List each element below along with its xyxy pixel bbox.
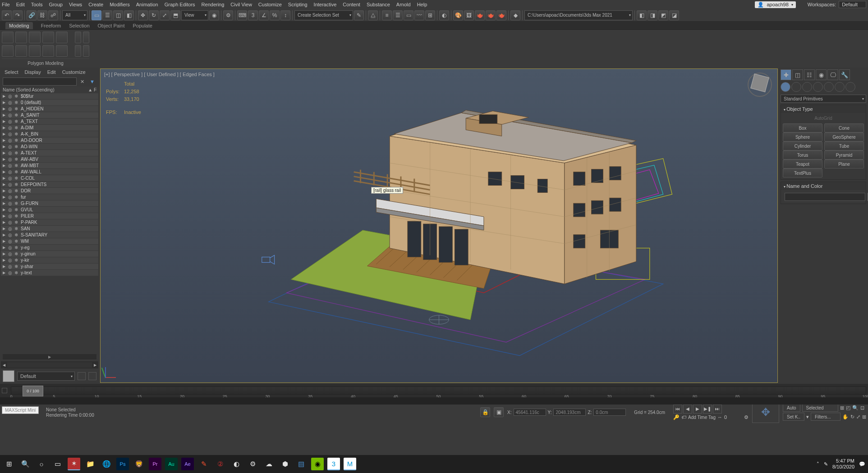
tab-motion[interactable]: ◉ xyxy=(816,69,827,80)
se-menu-customize[interactable]: Customize xyxy=(62,69,86,75)
undo-button[interactable]: ↶ xyxy=(2,10,12,20)
scene-explorer-hscroll[interactable]: ◀▶ xyxy=(1,361,98,368)
render-frame-button[interactable]: 🖼 xyxy=(464,10,474,20)
layer-row[interactable]: ▶◎❄A-K_BIN xyxy=(1,131,98,137)
visibility-icon[interactable]: ◎ xyxy=(8,214,13,218)
key-step-button[interactable]: ↔ xyxy=(717,414,722,420)
freeze-icon[interactable]: ❄ xyxy=(14,207,19,212)
placement-button[interactable]: ⬒ xyxy=(170,10,180,20)
layer-row[interactable]: ▶◎❄y-kir xyxy=(1,257,98,264)
prev-frame-button[interactable]: ◀ xyxy=(683,405,692,414)
se-menu-edit[interactable]: Edit xyxy=(47,69,56,75)
menu-customize[interactable]: Customize xyxy=(258,2,282,7)
freeze-icon[interactable]: ❄ xyxy=(14,201,19,206)
rotate-button[interactable]: ↻ xyxy=(149,10,159,20)
cortana-button[interactable]: ○ xyxy=(35,458,48,470)
freeze-icon[interactable]: ❄ xyxy=(14,125,19,130)
primitive-teapot-button[interactable]: Teapot xyxy=(783,159,822,168)
expand-icon[interactable]: ▶ xyxy=(3,252,6,256)
edit-selection-button[interactable]: ✎ xyxy=(354,10,364,20)
freeze-icon[interactable]: ❄ xyxy=(14,214,19,218)
chrome-icon[interactable]: 🌐 xyxy=(100,458,113,470)
expand-icon[interactable]: ▶ xyxy=(3,126,6,130)
tray-chevron-icon[interactable]: ˄ xyxy=(817,461,819,467)
render-production-button[interactable]: 🫖 xyxy=(475,10,485,20)
nav-btn-d[interactable]: ⊡ xyxy=(860,405,864,411)
coord-x-field[interactable]: 45641.116c xyxy=(514,409,546,416)
start-button[interactable]: ⊞ xyxy=(3,458,15,470)
visibility-icon[interactable]: ◎ xyxy=(8,239,13,244)
link-button[interactable]: 🔗 xyxy=(27,10,37,20)
ribbon-btn-s4[interactable] xyxy=(83,45,89,57)
angle-snap-button[interactable]: ∠ xyxy=(259,10,269,20)
primitive-textplus-button[interactable]: TextPlus xyxy=(783,168,822,177)
clear-search-button[interactable]: ✕ xyxy=(78,79,86,85)
layer-row[interactable]: ▶◎❄AW-MBT xyxy=(1,163,98,169)
timeline-config-button[interactable] xyxy=(2,388,7,393)
tab-hierarchy[interactable]: ☷ xyxy=(804,69,815,80)
layer-row[interactable]: ▶◎❄AW-ABV xyxy=(1,156,98,163)
render-iterative-button[interactable]: 🫖 xyxy=(496,10,506,20)
scene-explorer-header[interactable]: Name (Sorted Ascending) ▲ F xyxy=(1,86,98,93)
material-editor-button[interactable]: ◐ xyxy=(439,10,449,20)
visibility-icon[interactable]: ◎ xyxy=(8,176,13,181)
pivot-button[interactable]: ◉ xyxy=(209,10,219,20)
ribbon-tab-selection[interactable]: Selection xyxy=(69,23,89,28)
filter-button[interactable]: ▼ xyxy=(88,79,96,84)
freeze-icon[interactable]: ❄ xyxy=(14,188,19,193)
freeze-icon[interactable]: ❄ xyxy=(14,113,19,118)
layer-explorer-button[interactable]: ☰ xyxy=(393,10,403,20)
menu-scripting[interactable]: Scripting xyxy=(288,2,308,7)
select-region-button[interactable]: ◫ xyxy=(113,10,123,20)
layer-row[interactable]: ▶◎❄A_HIDDEN xyxy=(1,106,98,112)
nav-btn-a[interactable]: ⊞ xyxy=(840,405,844,411)
menu-edit[interactable]: Edit xyxy=(16,2,25,7)
sub-shapes[interactable] xyxy=(791,82,801,92)
expand-icon[interactable]: ▶ xyxy=(3,113,6,117)
freeze-icon[interactable]: ❄ xyxy=(14,119,19,124)
open-autodesk-button[interactable]: ◆ xyxy=(510,10,520,20)
ribbon-btn-5[interactable] xyxy=(56,32,68,43)
time-tag-icon[interactable]: 🏷 xyxy=(681,414,686,420)
curve-editor-button[interactable]: 〰 xyxy=(414,10,424,20)
menu-civilview[interactable]: Civil View xyxy=(230,2,252,7)
layer-row[interactable]: ▶◎❄fur xyxy=(1,194,98,200)
freeze-icon[interactable]: ❄ xyxy=(14,150,19,155)
ribbon-btn-s3[interactable] xyxy=(75,45,81,57)
frame-number-field[interactable]: 0 xyxy=(724,414,742,420)
tab-modify[interactable]: ◫ xyxy=(792,69,803,80)
expand-icon[interactable]: ▶ xyxy=(3,145,6,149)
menu-help[interactable]: Help xyxy=(417,2,427,7)
primitive-torus-button[interactable]: Torus xyxy=(783,150,822,159)
expand-handle[interactable]: ▶ xyxy=(3,354,96,359)
primitive-geosphere-button[interactable]: GeoSphere xyxy=(824,132,864,141)
layer-row[interactable]: ▶◎❄P-PARK xyxy=(1,219,98,226)
freeze-icon[interactable]: ❄ xyxy=(14,251,19,256)
bind-button[interactable]: ☍ xyxy=(48,10,58,20)
freeze-icon[interactable]: ❄ xyxy=(14,195,19,200)
menu-substance[interactable]: Substance xyxy=(367,2,390,7)
ribbon-tab-freeform[interactable]: Freeform xyxy=(41,23,61,28)
freeze-icon[interactable]: ❄ xyxy=(14,258,19,263)
tray-pen-icon[interactable]: ✎ xyxy=(824,461,828,467)
trackbar[interactable] xyxy=(0,397,868,405)
nav-btn-f[interactable]: ↻ xyxy=(850,414,854,420)
primitive-cylinder-button[interactable]: Cylinder xyxy=(783,141,822,150)
app-icon-7[interactable]: ▤ xyxy=(295,458,308,470)
freeze-icon[interactable]: ❄ xyxy=(14,176,19,181)
percent-snap-button[interactable]: % xyxy=(270,10,280,20)
expand-icon[interactable]: ▶ xyxy=(3,189,6,193)
tool-btn-d[interactable]: ◪ xyxy=(669,10,679,20)
key-filter-selected[interactable]: Selected xyxy=(802,404,838,412)
expand-icon[interactable]: ▶ xyxy=(3,214,6,218)
expand-icon[interactable]: ▶ xyxy=(3,100,6,105)
freeze-icon[interactable]: ❄ xyxy=(14,138,19,143)
freeze-icon[interactable]: ❄ xyxy=(14,245,19,250)
ref-coord-dropdown[interactable]: View xyxy=(181,10,208,20)
expand-icon[interactable]: ▶ xyxy=(3,164,6,168)
move-button[interactable]: ✥ xyxy=(138,10,148,20)
layer-row[interactable]: ▶◎❄y-eg xyxy=(1,245,98,251)
ribbon-btn-1[interactable] xyxy=(2,32,14,43)
maxscript-mini[interactable]: MAXScript Mini xyxy=(2,406,39,414)
expand-icon[interactable]: ▶ xyxy=(3,170,6,174)
